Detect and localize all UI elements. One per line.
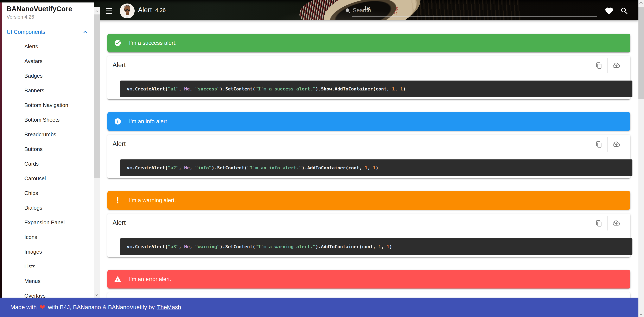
sidebar-item-label: Carousel [24, 175, 46, 182]
alert-text: I'm a success alert. [129, 40, 176, 46]
example-card: Alert vm.CreateAlert("a3", [107, 214, 630, 257]
copy-icon [595, 220, 602, 227]
success-alert: I'm a success alert. [107, 34, 630, 52]
sidebar-item-expansion-panel[interactable]: Expansion Panel [2, 215, 94, 230]
download-button[interactable] [610, 138, 623, 151]
scrollbar-thumb[interactable] [94, 14, 100, 178]
sidebar-item-menus[interactable]: Menus [2, 274, 94, 288]
card-title: Alert [112, 219, 126, 226]
sidebar-item-label: Menus [24, 278, 40, 284]
sidebar-item-label: Avatars [24, 58, 42, 64]
download-button[interactable] [610, 59, 623, 72]
warning-alert: ! I'm a warning alert. [107, 191, 630, 210]
code-block: vm.CreateAlert("a2", Me, "info").SetCont… [120, 160, 632, 176]
sidebar-item-label: Alerts [24, 43, 38, 50]
footer-text: Made with [10, 304, 37, 310]
app-root: 16 DIN Alert 4.26 [0, 0, 644, 317]
divider [608, 216, 608, 230]
sidebar-item-bottom-sheets[interactable]: Bottom Sheets [2, 112, 94, 127]
sidebar-item-images[interactable]: Images [2, 244, 94, 259]
copy-button[interactable] [592, 217, 606, 230]
sidebar-item-label: Chips [24, 190, 38, 196]
app-version: Version 4.26 [6, 14, 94, 20]
app-name: BANanoVuetifyCore [6, 5, 94, 13]
check-circle-icon [114, 39, 122, 47]
navigation-drawer: BANanoVuetifyCore Version 4.26 UI Compon… [2, 2, 94, 317]
heart-emoji: ❤ [40, 303, 46, 312]
sidebar-item-label: Dialogs [24, 205, 42, 211]
sidebar-item-label: Bottom Sheets [24, 117, 60, 123]
alert-text: I'm an info alert. [129, 118, 168, 125]
scrollbar-thumb[interactable] [638, 6, 644, 99]
divider [608, 58, 608, 73]
sidebar-item-label: Expansion Panel [24, 219, 65, 226]
themash-link[interactable]: TheMash [157, 304, 181, 310]
sidebar-item-label: Lists [24, 263, 35, 270]
scroll-up-arrow[interactable] [640, 2, 642, 5]
appbar-title-group: Alert 4.26 [138, 0, 166, 20]
copy-button[interactable] [592, 59, 606, 72]
copy-button[interactable] [592, 138, 606, 151]
magnifier-icon [620, 6, 629, 15]
sidebar-item-bottom-navigation[interactable]: Bottom Navigation [2, 98, 94, 112]
sidebar-item-label: Buttons [24, 146, 42, 152]
chevron-up-icon [82, 29, 88, 35]
cloud-download-icon [612, 61, 621, 70]
cloud-download-icon [612, 219, 621, 228]
alert-text: I'm a warning alert. [129, 197, 176, 204]
copy-icon [595, 141, 602, 148]
sidebar-item-label: Banners [24, 87, 44, 94]
copy-icon [595, 62, 602, 69]
scroll-up-arrow[interactable] [96, 10, 98, 14]
exclamation-icon: ! [114, 196, 122, 204]
sidebar-item-label: Bottom Navigation [24, 102, 68, 108]
alert-text: I'm an error alert. [129, 276, 172, 282]
footer: Made with ❤ with B4J, BANanano & BANanoV… [0, 298, 638, 317]
download-button[interactable] [610, 217, 623, 230]
sidebar-item-label: Badges [24, 73, 42, 79]
warning-triangle-icon [114, 276, 122, 283]
card-actions [592, 136, 623, 152]
drawer-header: BANanoVuetifyCore Version 4.26 [2, 2, 94, 22]
sidebar-item-lists[interactable]: Lists [2, 259, 94, 274]
example-card: Alert vm.CreateAlert("a1", [107, 56, 630, 99]
sidebar-item-breadcrumbs[interactable]: Breadcrumbs [2, 127, 94, 142]
scroll-down-arrow[interactable] [640, 312, 642, 316]
sidebar-item-buttons[interactable]: Buttons [2, 142, 94, 156]
page-title: Alert [138, 6, 152, 14]
sidebar-item-chips[interactable]: Chips [2, 186, 94, 200]
cloud-download-icon [612, 140, 621, 149]
sidebar-item-label: Cards [24, 161, 38, 167]
sidebar-item-carousel[interactable]: Carousel [2, 171, 94, 186]
search-input[interactable] [353, 6, 596, 15]
sidebar-item-cards[interactable]: Cards [2, 156, 94, 171]
avatar[interactable] [120, 4, 134, 18]
search-icon [345, 8, 351, 14]
code-block: vm.CreateAlert("a3", Me, "warning").SetC… [120, 238, 632, 255]
code-block: vm.CreateAlert("a1", Me, "success").SetC… [120, 80, 632, 97]
page-version: 4.26 [155, 7, 166, 14]
sidebar-item-list: AlertsAvatarsBadgesBannersBottom Navigat… [2, 39, 94, 303]
error-alert: I'm an error alert. [107, 270, 630, 288]
sidebar-item-icons[interactable]: Icons [2, 230, 94, 244]
card-title: Alert [112, 140, 126, 148]
search-button[interactable] [620, 6, 629, 16]
sidebar-item-banners[interactable]: Banners [2, 83, 94, 98]
sidebar-scrollbar[interactable] [94, 7, 100, 298]
group-ui-components[interactable]: UI Components [2, 26, 94, 38]
page-scrollbar[interactable] [638, 0, 644, 317]
main-content: I'm a success alert. Alert [100, 20, 638, 317]
card-actions [592, 215, 623, 231]
search-field [345, 5, 597, 17]
group-label: UI Components [6, 29, 46, 35]
favorites-button[interactable] [604, 6, 614, 16]
card-title: Alert [112, 61, 126, 69]
heart-icon [604, 6, 614, 16]
scroll-down-arrow[interactable] [96, 293, 98, 296]
sidebar-item-alerts[interactable]: Alerts [2, 39, 94, 54]
sidebar-item-dialogs[interactable]: Dialogs [2, 200, 94, 215]
sidebar-item-avatars[interactable]: Avatars [2, 54, 94, 68]
menu-icon[interactable] [106, 8, 113, 14]
card-actions [592, 58, 623, 74]
sidebar-item-badges[interactable]: Badges [2, 68, 94, 83]
